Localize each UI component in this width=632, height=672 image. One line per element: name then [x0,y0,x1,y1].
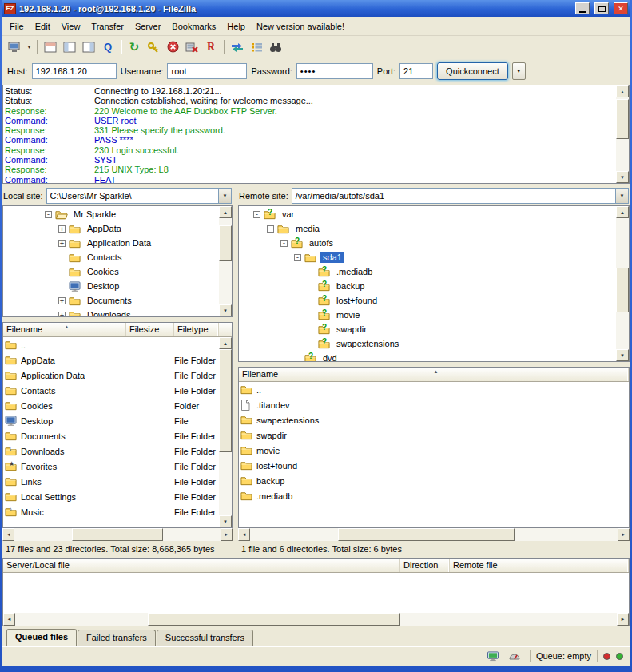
scroll-thumb[interactable] [148,613,400,626]
tree-item--mediadb[interactable]: ?.mediadb [240,264,615,279]
expand-icon[interactable]: + [58,312,66,318]
tab-failed-transfers[interactable]: Failed transfers [78,630,156,646]
list-item-favorites[interactable]: ★FavoritesFile Folder [3,459,219,474]
list-item-links[interactable]: LinksFile Folder [3,474,219,489]
tree-item-media[interactable]: -media [240,221,615,236]
scroll-up-button[interactable]: ▲ [219,337,232,349]
tree-item-backup[interactable]: ?backup [240,279,615,293]
menu-server[interactable]: Server [129,19,166,34]
list-item-backup[interactable]: backup [239,473,629,488]
list-item--[interactable]: .. [3,337,219,352]
tree-item-movie[interactable]: ?movie [240,308,615,322]
refresh-icon[interactable]: ↻ [125,38,144,56]
quickconnect-button[interactable]: Quickconnect [437,62,508,80]
column-header-server-local-file[interactable]: Server/Local file [3,559,400,572]
collapse-icon[interactable]: - [253,211,260,218]
remote-tree-vertical-scrollbar[interactable]: ▲ ▼ [616,206,629,361]
scroll-thumb[interactable] [219,225,232,261]
scroll-track[interactable] [14,528,221,541]
tab-queued-files[interactable]: Queued files [6,629,77,646]
scroll-up-button[interactable]: ▲ [616,85,629,97]
maximize-button[interactable] [594,2,609,14]
scroll-thumb[interactable] [219,349,232,452]
port-input[interactable] [399,63,433,79]
list-item-contacts[interactable]: ContactsFile Folder [3,383,219,398]
scroll-left-button[interactable]: ◄ [3,613,15,626]
toggle-local-tree-icon[interactable] [60,38,79,56]
toggle-queue-icon[interactable]: Q [98,38,117,56]
expand-icon[interactable]: + [58,225,66,233]
scroll-left-button[interactable]: ◄ [2,528,14,541]
expand-icon[interactable]: + [58,297,66,304]
tree-item-mr-sparkle[interactable]: -Mr Sparkle [4,207,218,221]
toggle-remote-tree-icon[interactable] [79,38,98,56]
list-item-documents[interactable]: DocumentsFile Folder [3,428,219,443]
list-item-swapdir[interactable]: swapdir [239,427,629,443]
host-input[interactable] [32,63,117,79]
list-item-movie[interactable]: movie [239,443,629,458]
list-item-lost-found[interactable]: lost+found [239,458,629,473]
tree-item-dvd[interactable]: ?dvd [240,351,615,362]
encryption-status-icon[interactable] [487,651,499,662]
tree-item-swapextensions[interactable]: ?swapextensions [240,336,615,351]
menu-bookmarks[interactable]: Bookmarks [166,19,221,34]
reconnect-icon[interactable]: R [201,38,221,56]
collapse-icon[interactable]: - [45,211,52,218]
chevron-down-icon[interactable]: ▼ [615,189,628,203]
tree-item-downloads[interactable]: +Downloads [4,308,218,317]
directory-comparison-icon[interactable] [228,38,247,56]
password-input[interactable] [296,63,373,79]
list-item-music[interactable]: ♪MusicFile Folder [3,504,219,519]
minimize-button[interactable] [575,2,590,14]
tree-item-swapdir[interactable]: ?swapdir [240,322,615,336]
menu-view[interactable]: View [56,19,86,34]
scroll-down-button[interactable]: ▼ [616,349,629,361]
scroll-track[interactable] [219,218,232,304]
keys-icon[interactable] [144,38,163,56]
scroll-down-button[interactable]: ▼ [219,304,232,316]
scroll-thumb[interactable] [616,268,629,312]
transfer-queue-body[interactable] [3,573,629,613]
scroll-track[interactable] [15,613,617,626]
list-item--[interactable]: .. [239,382,629,397]
local-site-combobox[interactable]: C:\Users\Mr Sparkle\ ▼ [46,188,232,204]
scroll-thumb[interactable] [616,99,629,140]
cancel-icon[interactable] [163,38,182,56]
username-input[interactable] [167,63,247,79]
collapse-icon[interactable]: - [294,254,301,261]
scroll-track[interactable] [219,349,232,515]
remote-list-horizontal-scrollbar[interactable]: ◄ ► [238,528,630,541]
list-item-downloads[interactable]: ↓DownloadsFile Folder [3,443,219,459]
scroll-thumb[interactable] [72,528,163,541]
scroll-up-button[interactable]: ▲ [616,206,629,218]
log-vertical-scrollbar[interactable]: ▲ ▼ [616,85,629,183]
tree-item-lost-found[interactable]: ?lost+found [240,293,615,308]
list-item-swapextensions[interactable]: swapextensions [239,412,629,427]
quickconnect-dropdown-button[interactable]: ▼ [512,62,526,80]
scroll-track[interactable] [616,218,629,349]
tree-item-documents[interactable]: +Documents [4,293,218,308]
menu-transfer[interactable]: Transfer [85,19,129,34]
scroll-right-button[interactable]: ► [617,613,629,626]
menu-new-version-available[interactable]: New version available! [251,19,350,34]
list-item--mediadb[interactable]: .mediadb [239,488,629,503]
menu-edit[interactable]: Edit [30,19,56,34]
column-header-filetype[interactable]: Filetype [174,323,219,336]
titlebar[interactable]: FZ 192.168.1.20 - root@192.168.1.20 - Fi… [2,0,630,17]
scroll-down-button[interactable]: ▼ [219,515,232,527]
menu-help[interactable]: Help [221,19,251,34]
column-header-remote-file[interactable]: Remote file [450,559,629,572]
list-item-local-settings[interactable]: Local SettingsFile Folder [3,489,219,504]
toggle-message-log-icon[interactable] [41,38,60,56]
chevron-down-icon[interactable]: ▼ [218,189,231,203]
tree-item-application-data[interactable]: +Application Data [4,236,218,250]
site-manager-dropdown-icon[interactable]: ▼ [25,38,34,56]
tree-item-sda1[interactable]: -sda1 [240,250,615,264]
scroll-track[interactable] [250,528,618,541]
scroll-right-button[interactable]: ► [618,528,630,541]
tree-item-appdata[interactable]: +AppData [4,221,218,236]
collapse-icon[interactable]: - [267,225,274,233]
list-item-application-data[interactable]: Application DataFile Folder [3,368,219,383]
local-tree-vertical-scrollbar[interactable]: ▲ ▼ [219,206,232,316]
list-item-desktop[interactable]: DesktopFile [3,413,219,428]
